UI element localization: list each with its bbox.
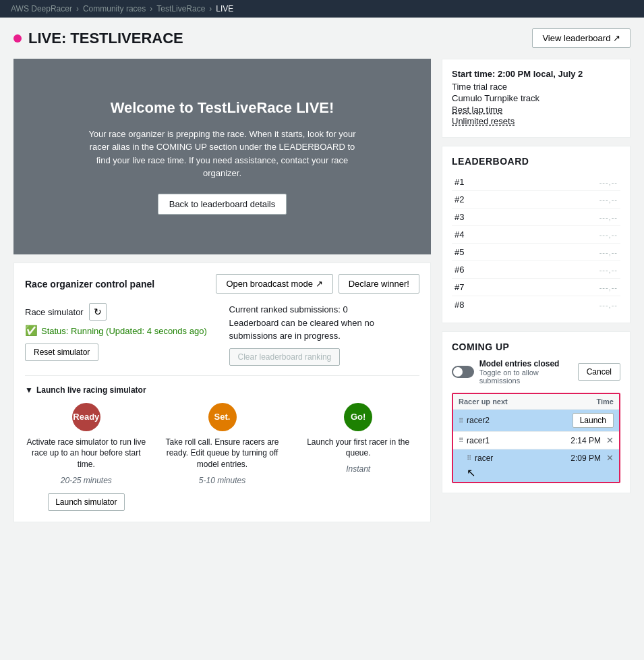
drag-icon-racer: ⠿ [467,454,471,462]
submissions-info: Current ranked submissions: 0 Leaderboar… [229,303,420,343]
go-description: Launch your first racer in the queue. [297,437,419,460]
racer1-name: racer1 [467,436,490,445]
lb-row-8: #8 ---,-- [452,296,620,313]
toggle-sublabel: Toggle on to allow submissions [479,368,578,385]
go-badge: Go! [344,403,372,431]
launch-simulator-button[interactable]: Launch simulator [48,493,124,511]
ready-time: 20-25 minutes [61,476,112,485]
set-description: Take roll call. Ensure racers are ready.… [161,437,284,470]
declare-winner-button[interactable]: Declare winner! [339,274,419,294]
breadcrumb-community[interactable]: Community races [83,4,146,13]
leaderboard-card: LEADERBOARD #1 ---,-- #2 ---,-- #3 ---,-… [442,146,631,323]
leaderboard-title: LEADERBOARD [452,156,620,167]
queue-table: Racer up next Time ⠿ racer2 Launch [452,393,620,483]
page-title: LIVE: TESTLIVERACE [28,30,183,47]
lb-row-6: #6 ---,-- [452,261,620,279]
hero-section: Welcome to TestLiveRace LIVE! Your race … [13,59,431,254]
ready-badge: Ready [72,403,100,431]
left-column: Welcome to TestLiveRace LIVE! Your race … [13,59,431,522]
launch-section: ▼ Launch live racing simulator Ready Act… [25,375,419,511]
lb-row-5: #5 ---,-- [452,244,620,261]
submissions-section: Current ranked submissions: 0 Leaderboar… [229,303,420,366]
breadcrumb-testliverace[interactable]: TestLiveRace [156,4,205,13]
queue-row-racer1: ⠿ racer1 2:14 PM ✕ [453,431,619,449]
right-column: Start time: 2:00 PM local, July 2 Time t… [442,59,631,522]
launch-racer2-button[interactable]: Launch [573,413,614,428]
breadcrumb-live: LIVE [216,4,233,13]
track-name: Cumulo Turnpike track [452,93,620,103]
go-time: Instant [346,464,370,474]
racer-name: racer [475,453,493,463]
resets[interactable]: Unlimited resets [452,116,620,126]
live-indicator [13,34,22,43]
step-set: Set. Take roll call. Ensure racers are r… [161,403,284,511]
broadcast-mode-button[interactable]: Open broadcast mode ↗ [216,274,332,294]
lb-row-2: #2 ---,-- [452,191,620,209]
toggle-label: Model entries closed [479,359,578,368]
queue-row-racer: ⠿ racer 2:09 PM ✕ [453,449,619,466]
start-time: Start time: 2:00 PM local, July 2 [452,69,620,79]
lb-row-7: #7 ---,-- [452,279,620,296]
model-entries-toggle[interactable] [452,366,474,378]
back-to-leaderboard-button[interactable]: Back to leaderboard details [158,194,287,215]
refresh-simulator-button[interactable]: ↻ [89,303,107,321]
queue-header-time: Time [597,397,614,406]
cancel-button[interactable]: Cancel [578,363,620,381]
leaderboard-rows: #1 ---,-- #2 ---,-- #3 ---,-- #4 ---,-- [452,173,620,313]
remove-racer1-button[interactable]: ✕ [606,435,614,445]
queue-header-racer: Racer up next [459,397,508,406]
drag-icon: ⠿ [459,417,463,424]
breadcrumb-aws[interactable]: AWS DeepRacer [11,4,72,13]
view-leaderboard-button[interactable]: View leaderboard ↗ [532,28,631,48]
lap-time[interactable]: Best lap time [452,105,620,115]
coming-up-card: COMING UP Model entries closed Toggle on… [442,331,631,493]
lb-row-4: #4 ---,-- [452,226,620,244]
collapse-icon: ▼ [25,385,33,395]
racer1-time: 2:14 PM [570,436,601,445]
racer2-name: racer2 [467,416,490,425]
lb-row-1: #1 ---,-- [452,173,620,191]
hero-title: Welcome to TestLiveRace LIVE! [111,99,334,117]
race-info-card: Start time: 2:00 PM local, July 2 Time t… [442,59,631,138]
step-go: Go! Launch your first racer in the queue… [297,403,419,511]
drag-icon-racer1: ⠿ [459,437,463,444]
control-panel: Race organizer control panel Open broadc… [13,263,431,522]
racer-time: 2:09 PM [570,453,601,463]
hero-description: Your race organizer is prepping the race… [88,128,357,180]
control-panel-title: Race organizer control panel [25,279,154,290]
ready-description: Activate race simulator to run live race… [25,437,148,470]
page-header: LIVE: TESTLIVERACE View leaderboard ↗ [13,28,631,48]
race-type: Time trial race [452,82,620,92]
check-icon: ✅ [25,325,38,337]
remove-racer-button[interactable]: ✕ [606,453,614,463]
simulator-label: Race simulator [25,307,84,317]
set-badge: Set. [208,403,237,431]
simulator-section: Race simulator ↻ ✅ Status: Running (Upda… [25,303,216,366]
breadcrumb: AWS DeepRacer › Community races › TestLi… [0,0,644,18]
launch-section-title: Launch live racing simulator [36,385,146,395]
coming-up-title: COMING UP [452,341,620,352]
step-ready: Ready Activate race simulator to run liv… [25,403,148,511]
queue-row-racer2: ⠿ racer2 Launch [453,409,619,431]
cursor-icon: ↖ [467,466,475,479]
reset-simulator-button[interactable]: Reset simulator [25,343,98,361]
queue-header: Racer up next Time [453,394,619,409]
set-time: 5-10 minutes [199,476,245,485]
clear-leaderboard-button[interactable]: Clear leaderboard ranking [229,348,341,366]
lb-row-3: #3 ---,-- [452,209,620,226]
simulator-status: ✅ Status: Running (Updated: 4 seconds ag… [25,325,216,337]
cursor-row: ↖ [453,466,619,482]
